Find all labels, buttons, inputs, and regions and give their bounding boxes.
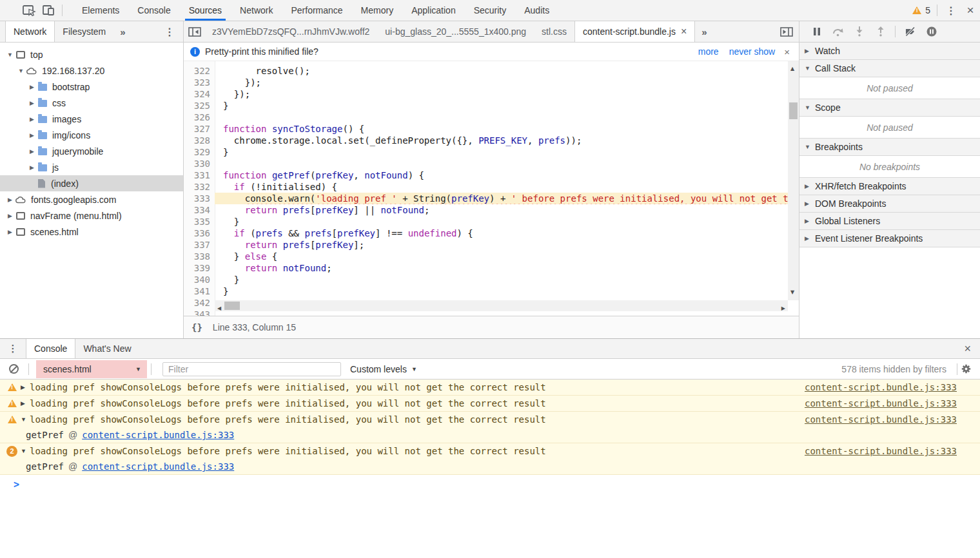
console-prompt[interactable]: > (0, 475, 980, 494)
section-event-listener-breakpoints[interactable]: ▶Event Listener Breakpoints (799, 230, 980, 247)
expander-collapsed-icon[interactable]: ▶ (5, 197, 15, 203)
section-call-stack[interactable]: ▼Call Stack (799, 60, 980, 77)
close-tab-icon[interactable]: × (681, 26, 687, 37)
navigator-tab-network[interactable]: Network (5, 21, 55, 42)
banner-never-show-link[interactable]: never show (729, 46, 776, 57)
expander-collapsed-icon[interactable]: ▶ (27, 164, 37, 171)
drawer-tab-console[interactable]: Console (26, 339, 75, 358)
main-tab-console[interactable]: Console (128, 0, 179, 21)
collapse-arrow-icon[interactable]: ▼ (21, 416, 30, 423)
line-number[interactable]: 333 (184, 193, 215, 204)
stack-source-link[interactable]: content-script.bundle.js:333 (82, 430, 234, 440)
devtools-menu-icon[interactable]: ⋮ (941, 2, 961, 19)
format-code-button[interactable]: {} (191, 322, 202, 332)
line-number[interactable]: 330 (184, 158, 215, 169)
source-location-link[interactable]: content-script.bundle.js:333 (805, 414, 957, 425)
step-over-button[interactable] (827, 23, 848, 40)
tree-item-js[interactable]: ▶js (0, 159, 183, 175)
tree-item-images[interactable]: ▶images (0, 111, 183, 127)
line-number[interactable]: 325 (184, 100, 215, 111)
banner-close-icon[interactable]: × (784, 46, 790, 57)
tree-item-scenes-html[interactable]: ▶scenes.html (0, 224, 183, 240)
console-settings-icon[interactable] (961, 364, 971, 374)
main-tab-memory[interactable]: Memory (352, 0, 403, 21)
line-number[interactable]: 323 (184, 77, 215, 88)
tree-item-fonts-googleapis-com[interactable]: ▶fonts.googleapis.com (0, 191, 183, 207)
line-number[interactable]: 337 (184, 239, 215, 251)
line-number[interactable]: 339 (184, 262, 215, 274)
tree-item-top[interactable]: ▼top (0, 46, 183, 63)
section-watch[interactable]: ▶Watch (799, 43, 980, 60)
section-breakpoints[interactable]: ▼Breakpoints (799, 139, 980, 156)
line-number[interactable]: 340 (184, 274, 215, 285)
section-global-listeners[interactable]: ▶Global Listeners (799, 213, 980, 230)
editor-tab-stl-css[interactable]: stl.css (534, 21, 574, 42)
expander-collapsed-icon[interactable]: ▶ (5, 229, 15, 235)
toggle-debugger-sidebar-icon[interactable] (777, 23, 796, 40)
tree-item-jquerymobile[interactable]: ▶jquerymobile (0, 143, 183, 159)
section-scope[interactable]: ▼Scope (799, 99, 980, 117)
main-tab-network[interactable]: Network (231, 0, 282, 21)
tree-item-index[interactable]: (index) (0, 175, 183, 191)
scrollbar-thumb[interactable] (224, 302, 240, 310)
tree-item-img-icons[interactable]: ▶img/icons (0, 127, 183, 143)
line-number[interactable]: 329 (184, 146, 215, 158)
scroll-right-icon[interactable]: ▶ (781, 303, 785, 314)
editor-tab-z3vyemebd7zsqfq-rnjhmvjw-woff2[interactable]: z3VYemEbD7zsQFQ...rnJhmVJw.woff2 (204, 21, 377, 42)
toggle-navigator-icon[interactable] (185, 23, 204, 40)
tree-item-navframe-menu-html[interactable]: ▶navFrame (menu.html) (0, 207, 183, 224)
source-location-link[interactable]: content-script.bundle.js:333 (805, 446, 957, 456)
step-out-button[interactable] (870, 23, 891, 40)
pause-script-button[interactable] (806, 23, 827, 40)
expander-collapsed-icon[interactable]: ▶ (27, 84, 37, 90)
editor-more-tabs-icon[interactable]: » (695, 26, 713, 37)
horizontal-scrollbar[interactable]: ◀ ▶ (215, 300, 788, 311)
drawer-menu-icon[interactable]: ⋮ (0, 343, 26, 354)
editor-tab-ui-bg-glass-20-5555-1x400-png[interactable]: ui-bg_glass_20_...5555_1x400.png (377, 21, 534, 42)
expander-collapsed-icon[interactable]: ▶ (27, 100, 37, 106)
clear-console-icon[interactable] (9, 364, 19, 374)
source-location-link[interactable]: content-script.bundle.js:333 (805, 398, 957, 409)
inspect-icon[interactable] (19, 2, 39, 19)
scroll-left-icon[interactable]: ◀ (217, 303, 221, 314)
line-number[interactable]: 341 (184, 285, 215, 297)
line-number[interactable]: 336 (184, 227, 215, 239)
expand-arrow-icon[interactable]: ▶ (21, 400, 30, 407)
tree-item-192-168-137-20[interactable]: ▼192.168.137.20 (0, 63, 183, 79)
vertical-scrollbar[interactable]: ▲ ▼ (788, 61, 799, 300)
pause-on-exceptions-button[interactable] (921, 23, 942, 40)
scroll-down-icon[interactable]: ▼ (790, 287, 794, 298)
close-drawer-icon[interactable]: × (964, 342, 971, 356)
console-filter-input[interactable] (162, 362, 341, 376)
line-number[interactable]: 322 (184, 65, 215, 77)
expander-expanded-icon[interactable]: ▼ (5, 52, 15, 58)
main-tab-performance[interactable]: Performance (282, 0, 351, 21)
line-number[interactable]: 332 (184, 181, 215, 193)
navigator-tab-filesystem[interactable]: Filesystem (55, 21, 113, 42)
line-number[interactable]: 324 (184, 88, 215, 100)
banner-more-link[interactable]: more (698, 46, 719, 57)
expander-collapsed-icon[interactable]: ▶ (27, 132, 37, 139)
line-number[interactable]: 334 (184, 204, 215, 216)
main-tab-application[interactable]: Application (402, 0, 465, 21)
expander-expanded-icon[interactable]: ▼ (16, 68, 26, 74)
line-number[interactable]: 335 (184, 216, 215, 227)
scroll-up-icon[interactable]: ▲ (790, 63, 794, 75)
device-toolbar-icon[interactable] (39, 2, 58, 19)
stack-source-link[interactable]: content-script.bundle.js:333 (82, 461, 234, 472)
editor-tab-content-script-bundle-js[interactable]: content-script.bundle.js× (574, 21, 695, 42)
section-dom-breakpoints[interactable]: ▶DOM Breakpoints (799, 195, 980, 213)
main-tab-security[interactable]: Security (465, 0, 516, 21)
line-number[interactable]: 342 (184, 297, 215, 309)
collapse-arrow-icon[interactable]: ▼ (21, 448, 30, 454)
line-number[interactable]: 331 (184, 169, 215, 181)
main-tab-elements[interactable]: Elements (73, 0, 128, 21)
close-devtools-icon[interactable]: × (961, 2, 980, 19)
expander-collapsed-icon[interactable]: ▶ (27, 148, 37, 155)
step-into-button[interactable] (848, 23, 870, 40)
deactivate-breakpoints-button[interactable] (899, 23, 921, 40)
line-number[interactable]: 328 (184, 135, 215, 146)
navigator-menu-icon[interactable]: ⋮ (160, 23, 179, 40)
main-tab-audits[interactable]: Audits (515, 0, 558, 21)
line-number[interactable]: 327 (184, 123, 215, 135)
